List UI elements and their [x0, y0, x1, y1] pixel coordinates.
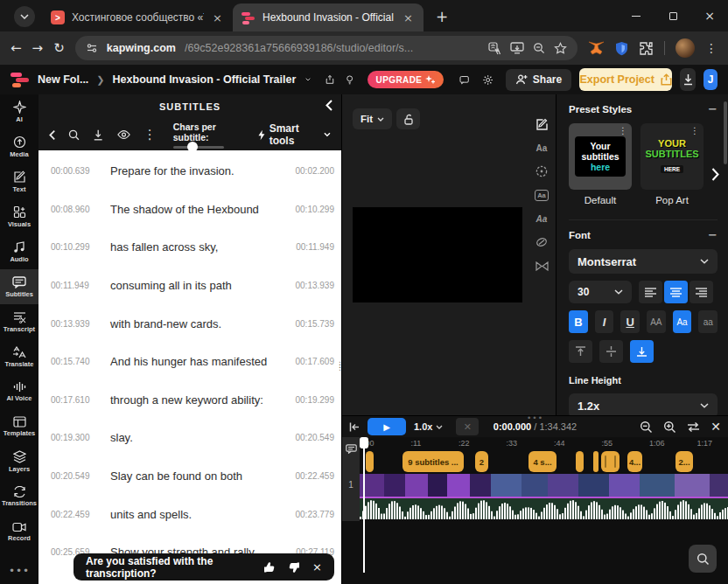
- sidebar-item-transcript[interactable]: Transcript: [0, 304, 38, 339]
- playhead-handle[interactable]: [360, 437, 368, 448]
- subtitle-text[interactable]: units and spells.: [96, 508, 285, 521]
- preset-card-popart[interactable]: ⋮ YOUR SUBTITLES HERE: [640, 123, 704, 190]
- upgrade-button[interactable]: UPGRADE: [368, 71, 444, 88]
- download-button[interactable]: [680, 68, 696, 91]
- subtitle-clip[interactable]: 2: [475, 451, 488, 472]
- minimize-button[interactable]: [618, 0, 654, 31]
- subtitle-clip[interactable]: [576, 451, 584, 472]
- reload-icon[interactable]: ↻: [53, 40, 65, 56]
- sidebar-item-text[interactable]: Text: [0, 164, 38, 199]
- sidebar-item-subtitles[interactable]: Subtitles: [0, 269, 38, 304]
- url-bar[interactable]: kapwing.com/69c52e928361a75666939186/stu…: [75, 36, 578, 60]
- translate-icon[interactable]: [488, 42, 501, 55]
- vertical-align-middle-button[interactable]: [599, 340, 623, 363]
- subtitle-clip[interactable]: 4 s...: [528, 451, 556, 472]
- align-left-button[interactable]: [639, 281, 662, 303]
- collapse-section-icon[interactable]: −: [708, 228, 718, 241]
- animate-text-icon[interactable]: Aa: [536, 212, 548, 226]
- subtitle-text[interactable]: through a new keyword ability:: [96, 393, 285, 407]
- thumbs-up-icon[interactable]: [263, 561, 276, 574]
- font-style-icon[interactable]: Aa: [536, 141, 548, 155]
- timeline-ruler[interactable]: :00:11:22:33:44:551:061:17: [360, 437, 728, 449]
- kebab-menu-icon[interactable]: ⋮: [144, 127, 157, 143]
- presets-scroll-right-icon[interactable]: [711, 168, 719, 181]
- sidebar-item-visuals[interactable]: Visuals: [0, 199, 38, 234]
- preset-options-icon[interactable]: ⋮: [619, 126, 627, 136]
- smart-tools-button[interactable]: Smart tools: [258, 122, 331, 147]
- subtitle-clip[interactable]: 9 subtitles ...: [402, 451, 464, 472]
- video-canvas[interactable]: [353, 207, 522, 302]
- subtitle-row[interactable]: 00:11.949consuming all in its path00:13.…: [38, 267, 341, 305]
- zoom-icon[interactable]: [533, 42, 545, 54]
- back-icon[interactable]: ←: [10, 40, 22, 56]
- subtitle-text[interactable]: slay.: [96, 431, 285, 444]
- fit-zoom-button[interactable]: Fit: [353, 108, 392, 129]
- extensions-puzzle-icon[interactable]: [639, 41, 654, 56]
- subtitle-text[interactable]: has fallen across sky,: [96, 240, 285, 254]
- metamask-extension-icon[interactable]: [588, 41, 605, 56]
- share-upload-icon[interactable]: [326, 73, 334, 87]
- timeline-drag-handle[interactable]: •••: [342, 414, 728, 422]
- panel-scrollbar[interactable]: [724, 101, 727, 164]
- subtitle-text[interactable]: Prepare for the invasion.: [96, 164, 285, 177]
- close-window-button[interactable]: ×: [691, 0, 728, 31]
- site-settings-icon[interactable]: [86, 42, 98, 54]
- browser-profile-avatar[interactable]: [676, 38, 695, 58]
- collapse-section-icon[interactable]: −: [708, 102, 718, 115]
- underline-button[interactable]: U: [620, 310, 640, 333]
- toast-close-icon[interactable]: ×: [312, 560, 322, 574]
- unlock-button[interactable]: [396, 108, 420, 129]
- new-tab-button[interactable]: +: [436, 8, 448, 25]
- subtitle-text[interactable]: consuming all in its path: [96, 279, 285, 292]
- video-thumbnails[interactable]: [360, 474, 728, 497]
- subtitle-clip[interactable]: [366, 451, 374, 472]
- subtitle-row[interactable]: 00:08.960The shadow of the Hexbound00:10…: [38, 191, 341, 229]
- breadcrumb-folder[interactable]: New Fol...: [38, 73, 88, 86]
- back-chevron-icon[interactable]: [49, 129, 55, 141]
- align-center-button[interactable]: [664, 281, 688, 303]
- settings-gear-icon[interactable]: [483, 73, 493, 87]
- subtitle-row[interactable]: 00:15.740And his hunger has manifested00…: [38, 343, 341, 381]
- sidebar-item-record[interactable]: Record: [0, 514, 38, 549]
- sidebar-item-media[interactable]: Media: [0, 129, 38, 164]
- subtitle-text[interactable]: Slay can be found on both: [96, 469, 285, 483]
- transition-bowtie-icon[interactable]: [536, 259, 549, 273]
- sidebar-item-ai[interactable]: AI: [0, 94, 38, 129]
- skip-to-start-icon[interactable]: [349, 422, 360, 432]
- subtitle-row[interactable]: 00:22.459units and spells.00:23.779: [38, 495, 341, 533]
- timeline-search-button[interactable]: [689, 545, 717, 573]
- sidebar-item-templates[interactable]: Templates: [0, 409, 38, 444]
- subtitle-text[interactable]: And his hunger has manifested: [96, 355, 285, 368]
- subtitle-clip[interactable]: [593, 451, 598, 472]
- tab-close-icon[interactable]: ×: [402, 11, 415, 24]
- preset-card-default[interactable]: ⋮ Your subtitles here: [569, 123, 632, 190]
- forward-icon[interactable]: →: [32, 40, 44, 56]
- browser-menu-icon[interactable]: ⋮: [705, 41, 718, 55]
- eye-visibility-icon[interactable]: [117, 129, 130, 140]
- lowercase-button[interactable]: aa: [698, 310, 718, 333]
- uppercase-button[interactable]: AA: [647, 310, 666, 333]
- suggest-idea-icon[interactable]: [346, 73, 354, 87]
- edit-subtitles-icon[interactable]: [536, 117, 549, 131]
- font-size-dropdown[interactable]: 30: [569, 281, 632, 303]
- subtitle-row[interactable]: 00:20.549Slay can be found on both00:22.…: [38, 457, 341, 496]
- maximize-button[interactable]: [654, 0, 691, 31]
- subtitle-clip[interactable]: 4...: [627, 451, 642, 472]
- video-track[interactable]: [360, 474, 728, 519]
- sidebar-item-translate[interactable]: Translate: [0, 339, 38, 374]
- subtitle-row[interactable]: 00:00.639Prepare for the invasion.00:02.…: [38, 152, 341, 191]
- capitalize-button[interactable]: Aa: [673, 310, 692, 333]
- export-project-button[interactable]: Export Project: [579, 68, 672, 91]
- sidebar-item-transitions[interactable]: Transitions: [0, 479, 38, 514]
- sidebar-item-ai-voice[interactable]: AI Voice: [0, 374, 38, 409]
- subtitle-row[interactable]: 00:10.299has fallen across sky,00:11.949: [38, 228, 341, 267]
- subtitle-text[interactable]: The shadow of the Hexbound: [96, 203, 285, 216]
- share-button[interactable]: Share: [506, 69, 571, 91]
- download-subtitles-icon[interactable]: [93, 129, 103, 142]
- search-icon[interactable]: [68, 129, 80, 142]
- subtitle-clip[interactable]: [601, 451, 620, 472]
- sidebar-more-icon[interactable]: •••: [9, 565, 30, 584]
- collapse-panel-icon[interactable]: [326, 100, 332, 111]
- playback-speed-button[interactable]: 1.0x: [414, 421, 443, 432]
- user-avatar[interactable]: J: [704, 69, 718, 90]
